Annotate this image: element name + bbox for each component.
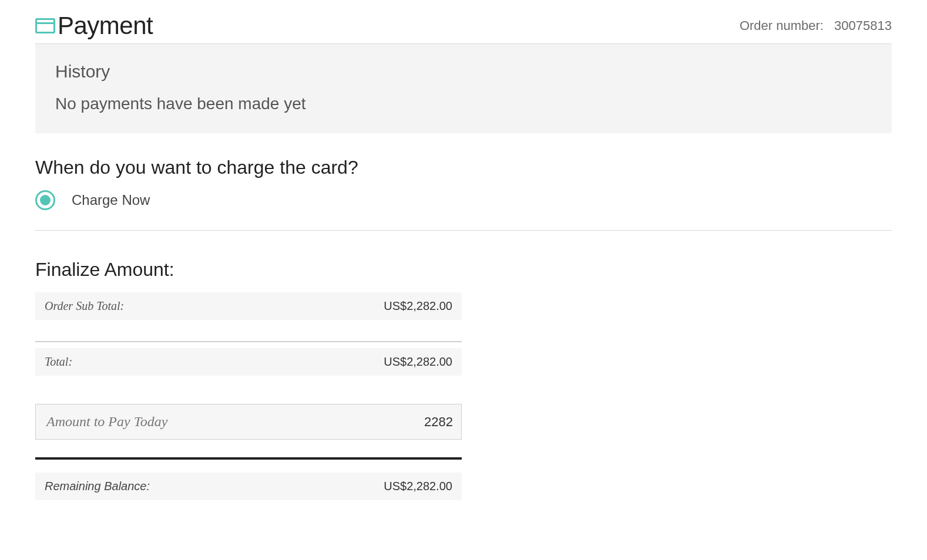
remaining-balance-value: US$2,282.00: [384, 480, 452, 493]
page-header: Payment Order number: 30075813: [35, 12, 892, 44]
remaining-balance-label: Remaining Balance:: [45, 480, 150, 493]
total-label: Total:: [45, 355, 72, 369]
order-number-value: 30075813: [834, 18, 892, 33]
history-panel: History No payments have been made yet: [35, 44, 892, 133]
subtotal-value: US$2,282.00: [384, 299, 452, 313]
subtotal-label: Order Sub Total:: [45, 299, 124, 313]
credit-card-icon: [35, 18, 55, 33]
remaining-balance-row: Remaining Balance: US$2,282.00: [35, 473, 462, 500]
charge-now-label: Charge Now: [72, 192, 150, 208]
history-title: History: [55, 62, 872, 82]
order-number-label: Order number:: [740, 18, 824, 33]
charge-heading: When do you want to charge the card?: [35, 157, 892, 178]
amount-to-pay-label: Amount to Pay Today: [46, 414, 167, 430]
total-value: US$2,282.00: [384, 355, 452, 369]
radio-selected-icon[interactable]: [35, 190, 55, 210]
amount-to-pay-input[interactable]: [359, 414, 453, 430]
order-number: Order number: 30075813: [740, 18, 892, 33]
subtotal-row: Order Sub Total: US$2,282.00: [35, 292, 462, 320]
total-row: Total: US$2,282.00: [35, 348, 462, 376]
amount-to-pay-row: Amount to Pay Today: [35, 404, 462, 440]
section-divider: [35, 230, 892, 231]
history-empty-message: No payments have been made yet: [55, 95, 872, 113]
charge-now-option[interactable]: Charge Now: [35, 190, 892, 210]
page-title: Payment: [58, 12, 153, 40]
finalize-heading: Finalize Amount:: [35, 259, 892, 281]
finalize-amount-panel: Order Sub Total: US$2,282.00 Total: US$2…: [35, 292, 462, 500]
